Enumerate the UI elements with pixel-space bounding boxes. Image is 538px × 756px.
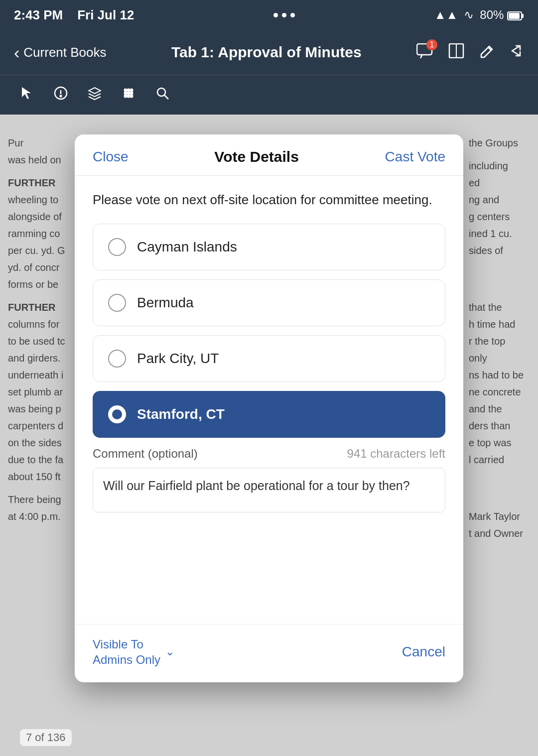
back-button[interactable]: ‹ Current Books bbox=[14, 44, 107, 61]
radio-parkcity bbox=[108, 350, 126, 368]
comments-badge: 1 bbox=[426, 39, 437, 50]
status-dots bbox=[273, 13, 295, 17]
status-time: 2:43 PM bbox=[14, 7, 63, 22]
vote-details-modal: Close Vote Details Cast Vote Please vote… bbox=[75, 134, 463, 682]
radio-cayman bbox=[108, 238, 126, 256]
comment-header: Comment (optional) 941 characters left bbox=[93, 447, 445, 461]
modal-body: Please vote on next off-site location fo… bbox=[75, 176, 463, 624]
svg-point-14 bbox=[128, 92, 130, 95]
book-icon[interactable] bbox=[448, 43, 464, 62]
cancel-button[interactable]: Cancel bbox=[402, 644, 445, 660]
vote-option-cayman[interactable]: Cayman Islands bbox=[93, 224, 445, 270]
grid-tool-icon[interactable] bbox=[122, 86, 135, 104]
wifi-icon: ∿ bbox=[464, 8, 474, 22]
modal-footer: Visible To Admins Only ⌄ Cancel bbox=[75, 624, 463, 682]
layers-tool-icon[interactable] bbox=[88, 86, 102, 104]
vote-option-stamford[interactable]: Stamford, CT bbox=[93, 391, 445, 438]
visible-admins-toggle[interactable]: Visible To Admins Only ⌄ bbox=[93, 636, 174, 667]
admins-only-text: Admins Only bbox=[93, 652, 160, 667]
modal-header: Close Vote Details Cast Vote bbox=[75, 134, 463, 176]
signal-icon: ▲▲ bbox=[434, 8, 458, 22]
vote-question: Please vote on next off-site location fo… bbox=[93, 191, 445, 209]
nav-right-icons: 1 bbox=[416, 43, 524, 62]
status-time-date: 2:43 PM Fri Jul 12 bbox=[14, 7, 134, 23]
back-label: Current Books bbox=[23, 45, 106, 60]
comment-input[interactable] bbox=[93, 468, 445, 512]
svg-point-18 bbox=[131, 95, 133, 98]
svg-line-20 bbox=[164, 95, 168, 99]
svg-rect-1 bbox=[522, 14, 524, 18]
visible-admins-text: Visible To Admins Only bbox=[93, 636, 160, 667]
battery-percent: 80% bbox=[480, 8, 504, 21]
nav-title: Tab 1: Approval of Minutes bbox=[117, 44, 416, 61]
svg-point-16 bbox=[125, 95, 127, 98]
vote-option-bermuda[interactable]: Bermuda bbox=[93, 279, 445, 326]
alert-tool-icon[interactable] bbox=[54, 86, 68, 104]
svg-point-15 bbox=[131, 92, 133, 95]
search-tool-icon[interactable] bbox=[155, 86, 169, 104]
page-indicator: 7 of 136 bbox=[20, 729, 72, 746]
status-bar: 2:43 PM Fri Jul 12 ▲▲ ∿ 80% bbox=[0, 0, 538, 30]
nav-bar: ‹ Current Books Tab 1: Approval of Minut… bbox=[0, 30, 538, 75]
vote-option-parkcity[interactable]: Park City, UT bbox=[93, 335, 445, 382]
cast-vote-button[interactable]: Cast Vote bbox=[385, 149, 445, 165]
option-stamford-label: Stamford, CT bbox=[137, 406, 225, 422]
comment-chars-left: 941 characters left bbox=[347, 447, 445, 461]
radio-stamford bbox=[108, 405, 126, 423]
back-arrow-icon: ‹ bbox=[14, 44, 19, 61]
svg-point-8 bbox=[60, 96, 62, 97]
visible-to-text: Visible To bbox=[93, 636, 160, 652]
share-icon[interactable] bbox=[509, 44, 524, 61]
svg-point-11 bbox=[128, 89, 130, 92]
comments-icon[interactable]: 1 bbox=[416, 43, 433, 62]
radio-bermuda bbox=[108, 294, 126, 312]
radio-inner-dot bbox=[112, 409, 122, 419]
chevron-down-icon: ⌄ bbox=[165, 645, 174, 658]
option-cayman-label: Cayman Islands bbox=[137, 239, 237, 255]
svg-point-19 bbox=[157, 88, 165, 96]
svg-rect-2 bbox=[509, 13, 520, 19]
svg-point-10 bbox=[125, 89, 127, 92]
svg-point-12 bbox=[131, 89, 133, 92]
svg-marker-9 bbox=[89, 88, 101, 94]
toolbar bbox=[0, 75, 538, 115]
option-bermuda-label: Bermuda bbox=[137, 295, 194, 311]
battery-icon: 80% bbox=[480, 8, 524, 22]
svg-point-13 bbox=[125, 92, 127, 95]
cursor-tool-icon[interactable] bbox=[20, 86, 34, 104]
option-parkcity-label: Park City, UT bbox=[137, 351, 219, 367]
edit-icon[interactable] bbox=[479, 43, 494, 62]
status-indicators: ▲▲ ∿ 80% bbox=[434, 8, 524, 22]
close-button[interactable]: Close bbox=[93, 149, 129, 165]
modal-title: Vote Details bbox=[214, 148, 299, 165]
status-date: Fri Jul 12 bbox=[77, 7, 134, 22]
svg-point-17 bbox=[128, 95, 130, 98]
comment-label: Comment (optional) bbox=[93, 447, 198, 461]
modal-overlay: Close Vote Details Cast Vote Please vote… bbox=[0, 115, 538, 756]
comment-section: Comment (optional) 941 characters left bbox=[93, 447, 445, 514]
